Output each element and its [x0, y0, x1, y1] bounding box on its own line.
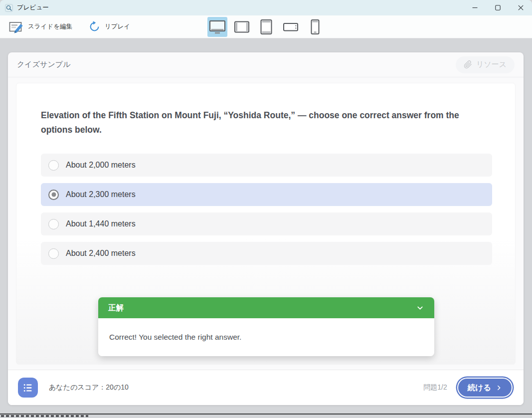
replay-button[interactable]: リプレイ [85, 18, 133, 35]
answer-options: About 2,000 meters About 2,300 meters Ab… [41, 154, 492, 271]
preview-app-icon [5, 4, 13, 12]
window-controls [463, 0, 532, 15]
minimize-icon [472, 5, 478, 10]
feedback-header[interactable]: 正解 [98, 297, 434, 318]
close-icon [518, 5, 524, 10]
quiz-title: クイズサンプル [17, 60, 70, 69]
answer-option[interactable]: About 1,440 meters [41, 212, 492, 235]
tablet-landscape-icon [233, 19, 250, 34]
quiz-footer: あなたのスコア：20の10 問題1/2 続ける [8, 370, 524, 405]
continue-label: 続ける [468, 383, 491, 393]
quiz-card-header: クイズサンプル リソース [8, 52, 524, 77]
answer-option-label: About 2,300 meters [66, 190, 136, 199]
slide-content: Elevation of the Fifth Station on Mount … [16, 83, 516, 365]
continue-button[interactable]: 続ける [458, 379, 512, 397]
answer-option[interactable]: About 2,400 meters [41, 242, 492, 265]
radio-icon[interactable] [48, 160, 59, 171]
feedback-panel: 正解 Correct! You selected the right answe… [98, 297, 434, 356]
phone-portrait-icon [307, 19, 324, 35]
chevron-right-icon [496, 385, 502, 391]
paperclip-icon [464, 60, 472, 69]
background-window-text [1, 415, 88, 417]
edit-slide-label: スライドを編集 [28, 22, 72, 31]
device-preview-switcher [207, 17, 325, 37]
edit-slide-button[interactable]: スライドを編集 [6, 18, 75, 35]
device-tablet-landscape-button[interactable] [232, 17, 252, 37]
toolbar: スライドを編集 リプレイ [0, 15, 532, 38]
radio-icon[interactable] [48, 190, 59, 200]
answer-option[interactable]: About 2,000 meters [41, 154, 492, 177]
title-bar: プレビュー [0, 0, 532, 15]
quiz-card: クイズサンプル リソース Elevation of the Fifth Stat… [8, 52, 524, 405]
answer-option-label: About 2,400 meters [66, 249, 136, 258]
list-icon [23, 383, 33, 393]
question-counter: 問題1/2 [423, 383, 447, 392]
maximize-icon [495, 5, 501, 10]
tablet-portrait-icon [258, 19, 275, 35]
preview-window: プレビュー スライドを編集 [0, 0, 532, 418]
phone-landscape-icon [282, 19, 299, 34]
maximize-button[interactable] [486, 0, 509, 15]
background-window-edge [0, 414, 532, 415]
answer-option[interactable]: About 2,300 meters [41, 183, 492, 206]
device-desktop-button[interactable] [207, 17, 227, 37]
radio-icon[interactable] [48, 219, 59, 229]
replay-label: リプレイ [105, 22, 130, 31]
device-phone-portrait-button[interactable] [305, 17, 325, 37]
answer-option-label: About 2,000 meters [66, 161, 136, 170]
window-title: プレビュー [17, 3, 49, 12]
device-phone-landscape-button[interactable] [281, 17, 301, 37]
feedback-body: Correct! You selected the right answer. [98, 318, 434, 356]
score-summary-button[interactable] [18, 378, 38, 398]
desktop-icon [209, 19, 226, 34]
feedback-title: 正解 [108, 303, 124, 313]
score-label: あなたのスコア：20の10 [49, 383, 129, 392]
close-button[interactable] [509, 0, 532, 15]
resources-label: リソース [476, 60, 507, 69]
radio-icon[interactable] [48, 248, 59, 259]
resources-button[interactable]: リソース [456, 56, 515, 73]
feedback-message: Correct! You selected the right answer. [109, 333, 241, 342]
edit-slide-icon [9, 20, 24, 33]
question-text: Elevation of the Fifth Station on Mount … [41, 108, 482, 137]
answer-option-label: About 1,440 meters [66, 219, 136, 228]
minimize-button[interactable] [463, 0, 486, 15]
device-tablet-portrait-button[interactable] [256, 17, 276, 37]
replay-icon [88, 20, 101, 33]
chevron-down-icon[interactable] [416, 304, 424, 312]
